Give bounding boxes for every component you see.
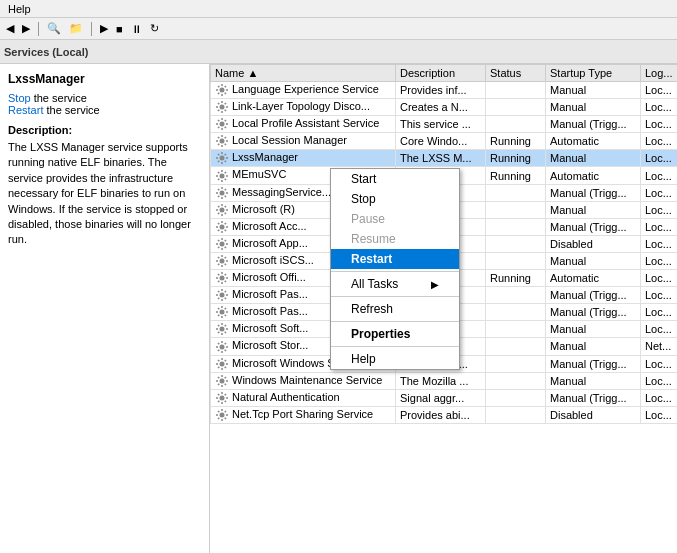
cell-status xyxy=(486,355,546,372)
context-menu-item-start[interactable]: Start xyxy=(331,169,459,189)
toolbar-play[interactable]: ▶ xyxy=(98,21,110,36)
table-row[interactable]: Net.Tcp Port Sharing Service Provides ab… xyxy=(211,406,678,423)
col-header-name[interactable]: Name ▲ xyxy=(211,65,396,82)
gear-icon xyxy=(215,322,229,336)
restart-link[interactable]: Restart xyxy=(8,104,43,116)
cell-startup: Manual (Trigg... xyxy=(546,184,641,201)
description-label: Description: xyxy=(8,124,201,136)
submenu-arrow-icon: ▶ xyxy=(431,279,439,290)
context-menu-item-help[interactable]: Help xyxy=(331,349,459,369)
cell-status xyxy=(486,321,546,338)
cell-startup: Manual xyxy=(546,201,641,218)
cell-startup: Manual (Trigg... xyxy=(546,389,641,406)
gear-icon xyxy=(215,151,229,165)
toolbar-pause[interactable]: ⏸ xyxy=(129,22,144,36)
table-row[interactable]: Local Profile Assistant Service This ser… xyxy=(211,116,678,133)
cell-logon: Loc... xyxy=(641,184,678,201)
cell-status: Running xyxy=(486,270,546,287)
cell-name: Net.Tcp Port Sharing Service xyxy=(211,406,396,423)
cell-logon: Loc... xyxy=(641,201,678,218)
toolbar-sep-2 xyxy=(91,22,92,36)
toolbar-restart[interactable]: ↻ xyxy=(148,21,161,36)
svg-point-7 xyxy=(220,207,225,212)
cell-logon: Loc... xyxy=(641,406,678,423)
cell-name: Natural Authentication xyxy=(211,389,396,406)
gear-icon xyxy=(215,254,229,268)
table-row[interactable]: Language Experience Service Provides inf… xyxy=(211,82,678,99)
cell-description: Provides inf... xyxy=(396,82,486,99)
cell-startup: Manual (Trigg... xyxy=(546,116,641,133)
gear-icon xyxy=(215,271,229,285)
table-row[interactable]: Link-Layer Topology Disco... Creates a N… xyxy=(211,99,678,116)
col-header-status[interactable]: Status xyxy=(486,65,546,82)
table-row[interactable]: LxssManager The LXSS M... Running Manual… xyxy=(211,150,678,167)
stop-suffix: the service xyxy=(31,92,87,104)
cell-startup: Manual xyxy=(546,372,641,389)
menu-help[interactable]: Help xyxy=(2,2,37,16)
cell-startup: Manual (Trigg... xyxy=(546,355,641,372)
col-header-logon[interactable]: Log... xyxy=(641,65,678,82)
cell-status xyxy=(486,338,546,355)
toolbar-forward[interactable]: ▶ xyxy=(20,21,32,36)
col-header-description[interactable]: Description xyxy=(396,65,486,82)
context-menu-item-restart[interactable]: Restart xyxy=(331,249,459,269)
service-name: LxssManager xyxy=(8,72,201,86)
svg-point-8 xyxy=(220,224,225,229)
services-title: Services (Local) xyxy=(4,46,88,58)
restart-suffix: the service xyxy=(43,104,99,116)
menu-bar: Help xyxy=(0,0,677,18)
cell-logon: Loc... xyxy=(641,82,678,99)
svg-point-18 xyxy=(220,395,225,400)
svg-point-17 xyxy=(220,378,225,383)
col-header-startup[interactable]: Startup Type xyxy=(546,65,641,82)
toolbar-folders[interactable]: 📁 xyxy=(67,21,85,36)
left-panel: LxssManager Stop the service Restart the… xyxy=(0,64,210,553)
cell-description: Signal aggr... xyxy=(396,389,486,406)
cell-logon: Loc... xyxy=(641,372,678,389)
toolbar-back[interactable]: ◀ xyxy=(4,21,16,36)
gear-icon xyxy=(215,237,229,251)
cell-name: Link-Layer Topology Disco... xyxy=(211,99,396,116)
svg-point-14 xyxy=(220,327,225,332)
cell-description: Core Windo... xyxy=(396,133,486,150)
cell-status xyxy=(486,235,546,252)
cell-logon: Loc... xyxy=(641,99,678,116)
cell-logon: Loc... xyxy=(641,150,678,167)
cell-startup: Manual (Trigg... xyxy=(546,287,641,304)
cell-startup: Automatic xyxy=(546,133,641,150)
context-menu-separator xyxy=(331,296,459,297)
context-menu-item-properties[interactable]: Properties xyxy=(331,324,459,344)
context-menu-item-refresh[interactable]: Refresh xyxy=(331,299,459,319)
cell-startup: Disabled xyxy=(546,235,641,252)
cell-logon: Loc... xyxy=(641,304,678,321)
svg-point-1 xyxy=(220,105,225,110)
table-row[interactable]: Natural Authentication Signal aggr... Ma… xyxy=(211,389,678,406)
cell-logon: Loc... xyxy=(641,218,678,235)
cell-status xyxy=(486,116,546,133)
toolbar-search[interactable]: 🔍 xyxy=(45,21,63,36)
context-menu: StartStopPauseResumeRestartAll Tasks▶Ref… xyxy=(330,168,460,370)
services-header: Services (Local) xyxy=(0,40,677,64)
cell-logon: Loc... xyxy=(641,133,678,150)
context-menu-item-stop[interactable]: Stop xyxy=(331,189,459,209)
gear-icon xyxy=(215,100,229,114)
svg-point-16 xyxy=(220,361,225,366)
stop-link[interactable]: Stop xyxy=(8,92,31,104)
cell-startup: Manual (Trigg... xyxy=(546,218,641,235)
gear-icon xyxy=(215,117,229,131)
toolbar-sep-1 xyxy=(38,22,39,36)
cell-name: LxssManager xyxy=(211,150,396,167)
table-row[interactable]: Local Session Manager Core Windo... Runn… xyxy=(211,133,678,150)
cell-logon: Loc... xyxy=(641,389,678,406)
context-menu-separator xyxy=(331,271,459,272)
toolbar-stop[interactable]: ■ xyxy=(114,22,125,36)
cell-logon: Loc... xyxy=(641,321,678,338)
svg-point-3 xyxy=(220,139,225,144)
gear-icon xyxy=(215,305,229,319)
context-menu-item-all-tasks[interactable]: All Tasks▶ xyxy=(331,274,459,294)
cell-startup: Automatic xyxy=(546,270,641,287)
cell-status xyxy=(486,389,546,406)
cell-status xyxy=(486,287,546,304)
table-row[interactable]: Windows Maintenance Service The Mozilla … xyxy=(211,372,678,389)
cell-status xyxy=(486,184,546,201)
